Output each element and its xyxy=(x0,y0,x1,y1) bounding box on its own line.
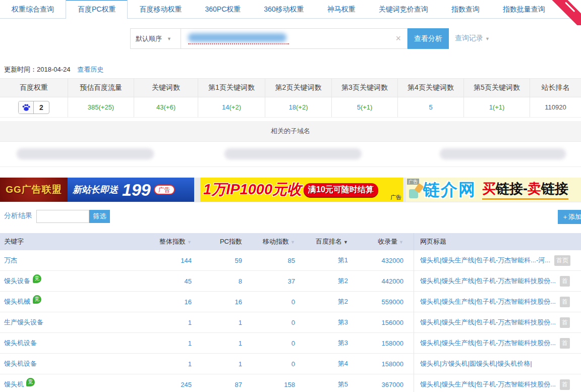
collect-count-value[interactable]: 156000 xyxy=(348,319,403,326)
filter-button[interactable]: 筛选 xyxy=(89,210,110,223)
ad3-slogan: 买链接-卖链接 xyxy=(482,180,568,200)
pc-index-value[interactable]: 87 xyxy=(192,381,242,388)
bidding-icon: 竞 xyxy=(33,295,41,304)
tab-weight-combined[interactable]: 权重综合查询 xyxy=(0,0,66,18)
subdomain-link-blurred[interactable] xyxy=(224,148,362,159)
header-baidu-rank[interactable]: 百度排名▼ xyxy=(295,237,348,246)
sort-order-value: 默认顺序 xyxy=(136,34,162,43)
ad-banner-link-market[interactable]: 广告 链介网 买链接-卖链接 xyxy=(406,178,581,202)
header-overall-index[interactable]: 整体指数▼ xyxy=(151,237,192,246)
keyword-link[interactable]: 馒头机设备 xyxy=(4,339,37,348)
page-title-link[interactable]: 馒头机|馒头生产线|包子机-万杰智能科技股份... xyxy=(420,318,556,327)
spellcheck-underline xyxy=(188,43,289,44)
keyword-link[interactable]: 馒头设备 xyxy=(4,276,30,286)
baidu-rank-value[interactable]: 第2 xyxy=(295,297,348,306)
overall-index-value[interactable]: 144 xyxy=(151,257,192,264)
baidu-rank-value[interactable]: 第1 xyxy=(295,256,348,265)
stat-page3-count[interactable]: 5(+1) xyxy=(332,97,398,117)
tab-360-mobile-weight[interactable]: 360移动权重 xyxy=(252,0,315,18)
mobile-index-value[interactable]: 0 xyxy=(242,360,295,368)
keyword-link[interactable]: 生产馒头设备 xyxy=(4,318,43,327)
keyword-link[interactable]: 馒头机 xyxy=(4,380,24,389)
header-pc-index: PC指数 xyxy=(192,237,242,246)
baidu-weight-badge[interactable]: 2 xyxy=(18,101,49,114)
analysis-result-label: 分析结果 xyxy=(4,211,32,220)
collect-count-value[interactable]: 559000 xyxy=(348,298,403,306)
add-keyword-button[interactable]: ＋添加关键词 xyxy=(558,210,581,224)
stats-header-page5: 第5页关键词数 xyxy=(464,79,530,97)
blurred-domain-value xyxy=(188,33,286,42)
pc-index-value[interactable]: 16 xyxy=(192,298,242,306)
page-title-link[interactable]: 馒头机|方馒头机|圆馒头机|馒头机价格| xyxy=(420,359,532,368)
homepage-badge: 首 xyxy=(560,276,570,287)
tab-keyword-bid-query[interactable]: 关键词竞价查询 xyxy=(367,0,440,18)
keyword-link[interactable]: 馒头机械 xyxy=(4,297,30,306)
subdomain-link-blurred[interactable] xyxy=(440,148,566,159)
keyword-link[interactable]: 馒头机设备 xyxy=(4,359,37,368)
pc-index-value[interactable]: 59 xyxy=(192,257,242,264)
corner-ribbon[interactable] xyxy=(552,0,581,25)
mobile-index-value[interactable]: 158 xyxy=(242,381,295,388)
domain-search-input[interactable]: × xyxy=(181,28,408,49)
stat-page1-count[interactable]: 14(+2) xyxy=(198,97,265,117)
tab-shenma-weight[interactable]: 神马权重 xyxy=(316,0,367,18)
mobile-index-value[interactable]: 0 xyxy=(242,298,295,306)
baidu-rank-value[interactable]: 第4 xyxy=(295,359,348,368)
ad-banner-gg-alliance[interactable]: GG广告联盟 新站长即送 199 广告 xyxy=(0,178,194,202)
query-records-dropdown[interactable]: 查询记录 ▼ xyxy=(455,34,490,43)
keyword-link[interactable]: 万杰 xyxy=(4,256,17,265)
clear-input-icon[interactable]: × xyxy=(395,33,401,44)
mobile-index-value[interactable]: 85 xyxy=(242,257,295,264)
stats-header-page2: 第2页关键词数 xyxy=(265,79,332,97)
page-title-link[interactable]: 馒头机|馒头生产线|包子机-万杰智能科技股份... xyxy=(420,276,556,286)
page-title-link[interactable]: 馒头机|馒头生产线|包子机-万杰智能科技股份... xyxy=(420,380,556,389)
baidu-rank-value[interactable]: 第3 xyxy=(295,339,348,348)
tab-360-pc-weight[interactable]: 360PC权重 xyxy=(193,0,252,18)
ad-banner-ip-payout[interactable]: 1万IP1000元收 满10元可随时结算 广告 xyxy=(200,178,403,202)
collect-count-value[interactable]: 158000 xyxy=(348,340,403,347)
pc-index-value[interactable]: 1 xyxy=(192,340,242,347)
header-mobile-index[interactable]: 移动指数▼ xyxy=(242,237,295,246)
baidu-rank-value[interactable]: 第3 xyxy=(295,318,348,327)
stat-page4-count[interactable]: 5 xyxy=(398,97,464,117)
weight-stats-table: 百度权重 预估百度流量 关键词数 第1页关键词数 第2页关键词数 第3页关键词数… xyxy=(0,78,581,118)
overall-index-value[interactable]: 1 xyxy=(151,340,192,347)
homepage-badge: 首 xyxy=(560,338,570,349)
homepage-badge: 首 xyxy=(560,379,570,390)
header-collect-count[interactable]: 收录量▼ xyxy=(348,237,403,246)
overall-index-value[interactable]: 1 xyxy=(151,319,192,326)
pc-index-value[interactable]: 1 xyxy=(192,319,242,326)
baidu-weight-value: 2 xyxy=(34,101,49,114)
mobile-index-value[interactable]: 37 xyxy=(242,277,295,285)
collect-count-value[interactable]: 432000 xyxy=(348,257,403,264)
subdomain-link-blurred[interactable] xyxy=(17,148,154,159)
view-analysis-button[interactable]: 查看分析 xyxy=(408,28,449,49)
collect-count-value[interactable]: 158000 xyxy=(348,360,403,368)
tab-index-batch-query[interactable]: 指数批量查询 xyxy=(491,0,557,18)
overall-index-value[interactable]: 16 xyxy=(151,298,192,306)
mobile-index-value[interactable]: 0 xyxy=(242,319,295,326)
mobile-index-value[interactable]: 0 xyxy=(242,340,295,347)
collect-count-value[interactable]: 442000 xyxy=(348,277,403,285)
stats-header-est-traffic: 预估百度流量 xyxy=(68,79,134,97)
view-history-link[interactable]: 查看历史 xyxy=(77,66,103,73)
overall-index-value[interactable]: 1 xyxy=(151,360,192,368)
baidu-rank-value[interactable]: 第2 xyxy=(295,276,348,286)
overall-index-value[interactable]: 45 xyxy=(151,277,192,285)
update-time-row: 更新时间：2018-04-24 查看历史 xyxy=(4,65,103,74)
collect-count-value[interactable]: 367000 xyxy=(348,381,403,388)
sort-order-select[interactable]: 默认顺序 ▼ xyxy=(130,28,181,49)
baidu-rank-value[interactable]: 第5 xyxy=(295,380,348,389)
overall-index-value[interactable]: 245 xyxy=(151,381,192,388)
stat-page5-count[interactable]: 1(+1) xyxy=(464,97,530,117)
page-title-link[interactable]: 馒头机|馒头生产线|包子机-万杰智能科技股份... xyxy=(420,339,556,348)
filter-keyword-input[interactable] xyxy=(36,210,89,223)
tab-index-query[interactable]: 指数查询 xyxy=(440,0,491,18)
pc-index-value[interactable]: 8 xyxy=(192,277,242,285)
page-title-link[interactable]: 馒头机|馒头生产线|包子机-万杰智能科...-河... xyxy=(420,256,550,265)
page-title-link[interactable]: 馒头机|馒头生产线|包子机-万杰智能科技股份... xyxy=(420,297,556,306)
pc-index-value[interactable]: 1 xyxy=(192,360,242,368)
tab-baidu-mobile-weight[interactable]: 百度移动权重 xyxy=(128,0,193,18)
stat-page2-count[interactable]: 18(+2) xyxy=(265,97,332,117)
tab-baidu-pc-weight[interactable]: 百度PC权重 xyxy=(66,0,128,19)
